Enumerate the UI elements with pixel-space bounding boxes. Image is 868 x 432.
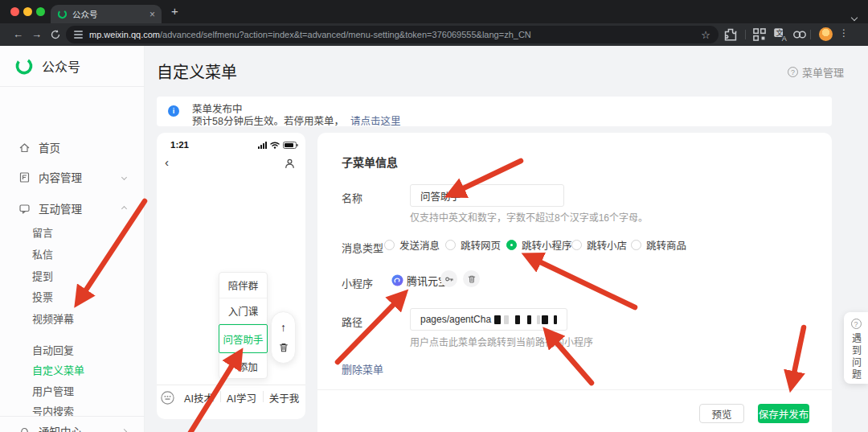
- menu-item-actions-pill: ↑: [271, 311, 296, 364]
- notice-link[interactable]: 请点击这里: [350, 116, 401, 127]
- delete-menu-link[interactable]: 删除菜单: [342, 361, 383, 376]
- divider: [0, 86, 145, 87]
- miniapp-delete-button[interactable]: [463, 270, 480, 287]
- path-value: pages/agentCha: [420, 314, 491, 325]
- key-icon: [444, 274, 454, 284]
- save-publish-button[interactable]: 保存并发布: [758, 404, 809, 423]
- path-hint: 用户点击此菜单会跳转到当前路径的小程序: [410, 335, 593, 348]
- redaction-block: [494, 315, 501, 324]
- qr-extension-icon[interactable]: [752, 27, 767, 42]
- tab-search-chevron-icon[interactable]: [852, 9, 857, 23]
- phone-tab-ai-learn[interactable]: AI学习: [220, 390, 263, 405]
- radio-jump-miniprogram[interactable]: 跳转小程序: [506, 239, 572, 251]
- phone-back-chevron-icon[interactable]: ‹: [165, 155, 169, 169]
- notice-banner: i 菜单发布中 预计58分钟后生效。若停用菜单，请点击这里: [157, 97, 832, 126]
- miniapp-label: 小程序: [342, 275, 373, 290]
- address-bar[interactable]: mp.weixin.qq.com/advanced/selfmenu?actio…: [66, 26, 719, 43]
- help-circle-icon: ?: [788, 67, 798, 77]
- keyboard-toggle-button[interactable]: [157, 391, 178, 405]
- help-float-button[interactable]: ? 遇到问题: [844, 312, 868, 384]
- signal-icon: [258, 142, 267, 149]
- menu-item-add[interactable]: + 添加: [219, 353, 267, 379]
- menu-item-qa-assistant[interactable]: 问答助手: [219, 324, 268, 353]
- extensions-icon[interactable]: [723, 27, 738, 42]
- name-input[interactable]: [410, 184, 564, 207]
- help-circle-icon: ?: [851, 319, 862, 329]
- phone-tab-ai-tech[interactable]: AI技术: [178, 390, 220, 405]
- radio-send-message[interactable]: 发送消息: [384, 239, 440, 251]
- sidebar-item-interaction-mgmt[interactable]: 互动管理: [18, 201, 126, 216]
- browser-toolbar: ← → mp.weixin.qq.com/advanced/selfmenu?a…: [0, 23, 868, 46]
- site-settings-icon[interactable]: [74, 29, 83, 40]
- radio-jump-store[interactable]: 跳转小店: [571, 239, 627, 251]
- message-type-label: 消息类型: [342, 240, 383, 255]
- wechat-mp-favicon: [57, 9, 68, 19]
- redaction-block: [542, 315, 548, 324]
- radio-jump-webpage[interactable]: 跳转网页: [445, 239, 501, 251]
- bell-icon: [18, 426, 31, 432]
- new-tab-button[interactable]: +: [171, 4, 178, 18]
- keyboard-icon: [161, 391, 174, 405]
- window-close-button[interactable]: [10, 7, 19, 16]
- preview-button[interactable]: 预览: [699, 404, 744, 423]
- url-text: mp.weixin.qq.com/advanced/selfmenu?actio…: [89, 30, 531, 39]
- section-title: 子菜单信息: [342, 154, 398, 170]
- battery-icon: [283, 142, 297, 149]
- redaction-block: [515, 315, 520, 324]
- divider: [317, 389, 832, 390]
- sidebar-item-custom-menu[interactable]: 自定义菜单: [32, 364, 84, 377]
- brand-logo[interactable]: 公众号: [14, 56, 80, 76]
- browser-tab-strip: 公众号 × +: [0, 0, 868, 23]
- sidebar-item-private-msg[interactable]: 私信: [32, 249, 53, 261]
- toolbar-separator: [745, 30, 746, 39]
- menu-manage-link[interactable]: ? 菜单管理: [788, 64, 844, 80]
- translate-icon[interactable]: 文 A: [773, 27, 788, 42]
- wifi-icon: [270, 142, 280, 149]
- sidebar-item-mentions[interactable]: 提到: [32, 270, 53, 283]
- path-input[interactable]: pages/agentCha: [410, 308, 567, 331]
- reload-icon[interactable]: [50, 29, 61, 40]
- name-hint: 仅支持中英文和数字，字数不超过8个汉字或16个字母。: [410, 210, 648, 224]
- sidebar-item-home[interactable]: 首页: [18, 140, 126, 154]
- link-extension-icon[interactable]: [792, 27, 807, 42]
- home-icon: [18, 142, 31, 154]
- help-float-label: 遇到问题: [850, 333, 863, 381]
- miniapp-edit-button[interactable]: [440, 270, 457, 287]
- redaction-block: [527, 315, 531, 324]
- name-label: 名称: [342, 190, 362, 205]
- sidebar-item-content-mgmt[interactable]: 内容管理: [18, 170, 126, 184]
- page-title: 自定义菜单: [157, 60, 237, 83]
- trash-icon: [467, 274, 477, 284]
- chat-bubble-icon: [18, 203, 31, 215]
- sidebar-item-votes[interactable]: 投票: [32, 291, 53, 304]
- document-icon: [18, 171, 31, 183]
- sidebar-item-notify-center[interactable]: 通知中心: [18, 424, 126, 432]
- phone-status-icons: [258, 142, 297, 149]
- profile-avatar[interactable]: [819, 27, 833, 41]
- move-up-icon[interactable]: ↑: [280, 322, 286, 333]
- window-zoom-button[interactable]: [36, 7, 45, 16]
- browser-menu-icon[interactable]: ⋮: [839, 27, 849, 39]
- phone-tab-about-me[interactable]: 关于我: [263, 390, 305, 405]
- bookmark-star-icon[interactable]: ☆: [701, 29, 710, 41]
- info-icon: i: [168, 105, 179, 117]
- tab-close-icon[interactable]: ×: [149, 10, 155, 19]
- back-icon[interactable]: ←: [13, 28, 23, 41]
- menu-item-intro-course[interactable]: 入门课: [219, 298, 267, 324]
- tab-title: 公众号: [72, 8, 145, 20]
- svg-text:A: A: [782, 35, 787, 42]
- sidebar-item-video-danmu[interactable]: 视频弹幕: [32, 313, 74, 326]
- menu-item-companion-group[interactable]: 陪伴群: [219, 273, 267, 298]
- person-icon[interactable]: [284, 158, 296, 170]
- sidebar-item-auto-reply[interactable]: 自动回复: [32, 344, 74, 357]
- menu-popup: 陪伴群 入门课 问答助手 + 添加: [219, 272, 268, 379]
- sidebar: 公众号 首页 内容管理 互动管理 留言 私信 提到 投票 视频弹幕 自动回复 自…: [0, 46, 145, 432]
- plus-icon: +: [228, 360, 234, 372]
- radio-jump-product[interactable]: 跳转商品: [631, 239, 686, 251]
- forward-icon[interactable]: →: [31, 28, 42, 41]
- trash-icon[interactable]: [278, 342, 289, 353]
- browser-tab[interactable]: 公众号 ×: [51, 5, 162, 23]
- window-minimize-button[interactable]: [23, 7, 32, 16]
- sidebar-item-comments[interactable]: 留言: [32, 227, 53, 240]
- sidebar-item-user-mgmt[interactable]: 用户管理: [32, 385, 74, 398]
